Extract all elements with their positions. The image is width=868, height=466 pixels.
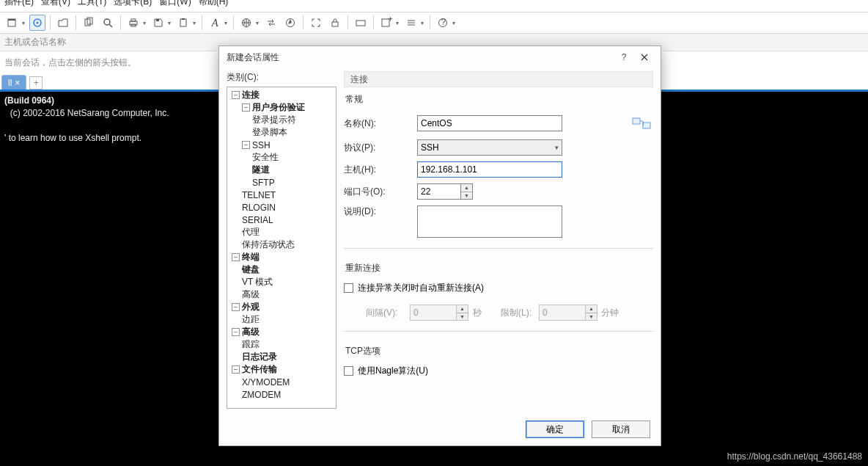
tree-log[interactable]: 日志记录 xyxy=(229,351,334,363)
reconnect-checkbox[interactable] xyxy=(344,283,353,293)
description-textarea[interactable] xyxy=(417,205,562,238)
dialog-help-button[interactable]: ? xyxy=(614,49,634,65)
spin-up-icon[interactable]: ▲ xyxy=(461,184,472,192)
menu-help[interactable]: 帮助(H) xyxy=(199,0,229,8)
settings-icon[interactable] xyxy=(29,15,45,31)
tree-keyboard[interactable]: 键盘 xyxy=(229,263,334,276)
globe-icon[interactable] xyxy=(238,15,254,31)
spin-buttons[interactable]: ▲▼ xyxy=(461,183,473,200)
port-spinner[interactable]: ▲▼ xyxy=(417,183,473,200)
tree-sftp[interactable]: SFTP xyxy=(229,176,334,189)
keyboard-icon[interactable] xyxy=(353,15,369,31)
dropdown-icon[interactable]: ▾ xyxy=(254,20,260,26)
new-session-icon[interactable] xyxy=(4,15,21,31)
dropdown-icon[interactable]: ▾ xyxy=(21,20,26,26)
dropdown-icon[interactable]: ▾ xyxy=(141,20,147,26)
host-input[interactable] xyxy=(417,161,562,178)
menu-tabs[interactable]: 选项卡(B) xyxy=(114,0,152,8)
tree-auth[interactable]: –用户身份验证 xyxy=(229,101,334,114)
cancel-button[interactable]: 取消 xyxy=(592,421,650,438)
category-tree[interactable]: –连接 –用户身份验证 登录提示符 登录脚本 –SSH 安全性 隧道 SFTP … xyxy=(227,87,336,409)
group-reconnect: 重新连接 xyxy=(345,262,653,274)
tree-label: RLOGIN xyxy=(242,203,276,213)
spin-down-icon[interactable]: ▼ xyxy=(461,192,472,200)
dropdown-icon[interactable]: ▾ xyxy=(191,20,197,26)
tree-telnet[interactable]: TELNET xyxy=(229,189,334,201)
collapse-icon[interactable]: – xyxy=(232,253,240,261)
tree-label: 高级 xyxy=(242,288,260,301)
dropdown-icon[interactable]: ▾ xyxy=(166,20,172,26)
open-session-icon[interactable] xyxy=(55,15,71,31)
protocol-select[interactable]: SSH ▾ xyxy=(417,139,562,156)
menu-window[interactable]: 窗口(W) xyxy=(159,0,191,8)
save-icon[interactable] xyxy=(150,15,166,31)
tree-label: 键盘 xyxy=(242,263,260,276)
collapse-icon[interactable]: – xyxy=(232,328,240,336)
list-icon[interactable] xyxy=(403,15,419,31)
interval-input xyxy=(410,305,457,321)
tree-label: 登录提示符 xyxy=(252,114,296,126)
tree-proxy[interactable]: 代理 xyxy=(229,226,334,239)
tree-advanced[interactable]: –高级 xyxy=(229,326,334,338)
session-properties-dialog: 新建会话属性 ? 类别(C): –连接 –用户身份验证 登录提示符 登录脚本 –… xyxy=(218,45,661,446)
tab-add-button[interactable]: + xyxy=(29,76,43,90)
collapse-icon[interactable]: – xyxy=(232,303,240,311)
tree-tunnel[interactable]: 隧道 xyxy=(229,164,334,176)
tab-session[interactable]: ll × xyxy=(1,75,26,90)
tree-login-prompt[interactable]: 登录提示符 xyxy=(229,114,334,126)
tree-filetrans[interactable]: –文件传输 xyxy=(229,363,334,376)
dropdown-icon[interactable]: ▾ xyxy=(451,20,457,26)
print-icon[interactable] xyxy=(125,15,141,31)
menu-tools[interactable]: 工具(T) xyxy=(78,0,106,8)
menu-view[interactable]: 查看(V) xyxy=(41,0,70,8)
collapse-icon[interactable]: – xyxy=(242,103,250,112)
tree-zmodem[interactable]: ZMODEM xyxy=(229,388,334,401)
ok-button[interactable]: 确定 xyxy=(526,421,584,438)
nagle-checkbox[interactable] xyxy=(344,366,353,376)
tree-adv-term[interactable]: 高级 xyxy=(229,288,334,301)
tree-terminal[interactable]: –终端 xyxy=(229,251,334,263)
tree-label: ZMODEM xyxy=(242,390,281,400)
collapse-icon[interactable]: – xyxy=(232,91,240,99)
tab-close-icon[interactable]: × xyxy=(15,78,20,88)
add-pane-icon[interactable]: + xyxy=(378,15,394,31)
tree-rlogin[interactable]: RLOGIN xyxy=(229,201,334,214)
tree-ssh[interactable]: –SSH xyxy=(229,139,334,151)
collapse-icon[interactable]: – xyxy=(242,141,250,149)
tree-serial[interactable]: SERIAL xyxy=(229,214,334,226)
divider xyxy=(344,248,653,249)
copy-icon[interactable] xyxy=(81,15,97,31)
label-protocol: 协议(P): xyxy=(344,142,417,154)
tree-label: 外观 xyxy=(242,301,260,313)
search-icon[interactable] xyxy=(100,15,116,31)
name-input[interactable] xyxy=(417,115,562,131)
tree-margin[interactable]: 边距 xyxy=(229,313,334,326)
tree-appearance[interactable]: –外观 xyxy=(229,301,334,313)
tree-connection[interactable]: –连接 xyxy=(229,89,334,101)
dropdown-icon[interactable]: ▾ xyxy=(419,20,425,26)
tree-keepalive[interactable]: 保持活动状态 xyxy=(229,239,334,251)
dialog-close-button[interactable] xyxy=(634,49,655,65)
tree-label: 隧道 xyxy=(252,164,270,176)
fullscreen-icon[interactable] xyxy=(308,15,324,31)
tree-login-script[interactable]: 登录脚本 xyxy=(229,126,334,139)
svg-rect-17 xyxy=(356,21,365,26)
lock-icon[interactable] xyxy=(327,15,343,31)
menu-plugin[interactable]: 插件(E) xyxy=(4,0,34,8)
help-icon[interactable]: ? xyxy=(435,15,451,31)
clipboard-icon[interactable] xyxy=(175,15,191,31)
tree-vt[interactable]: VT 模式 xyxy=(229,276,334,288)
collapse-icon[interactable]: – xyxy=(232,365,240,374)
dropdown-icon[interactable]: ▾ xyxy=(394,20,400,26)
tree-xymodem[interactable]: X/YMODEM xyxy=(229,376,334,388)
compass-icon[interactable] xyxy=(282,15,298,31)
dropdown-icon[interactable]: ▾ xyxy=(223,20,229,26)
tree-security[interactable]: 安全性 xyxy=(229,151,334,164)
transfer-icon[interactable] xyxy=(263,15,279,31)
font-icon[interactable]: A xyxy=(207,15,223,31)
spin-up-icon: ▲ xyxy=(457,305,468,313)
spin-down-icon: ▼ xyxy=(586,313,597,321)
tree-trace[interactable]: 跟踪 xyxy=(229,338,334,351)
svg-text:+: + xyxy=(388,17,392,24)
port-input[interactable] xyxy=(417,183,461,200)
